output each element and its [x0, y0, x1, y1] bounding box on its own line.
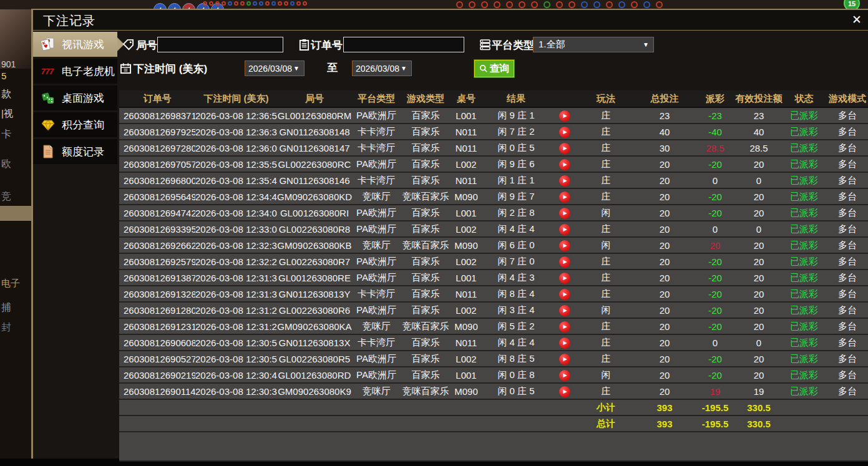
- sidebar-item-3[interactable]: 桌面游戏: [33, 85, 117, 110]
- table-row: 2603081269128052026-03-08 12:31:29GL0022…: [119, 302, 868, 318]
- sidebar-item-1[interactable]: 9K视讯游戏: [33, 32, 117, 57]
- cell-order: 260308126906089: [119, 334, 195, 351]
- cell-mode: 多台: [825, 237, 868, 253]
- replay-play-icon[interactable]: [559, 256, 570, 268]
- cell-bet: 20: [633, 383, 696, 399]
- subtotal-cell: [825, 399, 868, 415]
- replay-play-icon[interactable]: [559, 175, 570, 187]
- cell-replay: [550, 107, 578, 124]
- date-from-select[interactable]: 2026/03/08 ▼: [245, 61, 305, 76]
- roadmap-ring: [265, 1, 270, 6]
- replay-play-icon[interactable]: [559, 273, 570, 284]
- cell-platform: 卡卡湾厅: [352, 140, 401, 156]
- cell-mode: 多台: [825, 107, 868, 124]
- cell-mode: 多台: [825, 318, 868, 334]
- roadmap-ring: [209, 1, 213, 6]
- replay-play-icon[interactable]: [559, 370, 570, 381]
- cell-status: 已派彩: [783, 107, 825, 124]
- date-to-select[interactable]: 2026/03/08 ▼: [352, 61, 412, 76]
- cell-payout: 19: [696, 383, 734, 399]
- cell-bet: 20: [633, 172, 696, 188]
- replay-play-icon[interactable]: [559, 208, 570, 219]
- cell-round: GN0112630813Y: [277, 286, 352, 302]
- cell-game: 百家乐: [401, 107, 451, 124]
- cell-time: 2026-03-08 12:36:36: [195, 124, 277, 140]
- cell-round: GL001263080RI: [277, 205, 352, 221]
- query-button-label: 查询: [490, 62, 510, 75]
- replay-play-icon[interactable]: [559, 127, 570, 138]
- sidebar: 9K视讯游戏777电子老虎机桌面游戏积分查询额度记录: [33, 32, 117, 166]
- cell-round: GN01126308146: [277, 172, 352, 188]
- cell-mode: 多台: [825, 140, 868, 156]
- cell-order: 260308126979250: [119, 124, 195, 140]
- sidebar-item-label: 电子老虎机: [62, 64, 115, 79]
- replay-play-icon[interactable]: [559, 321, 570, 333]
- order-label: 订单号: [311, 38, 343, 52]
- cell-table: L002: [451, 221, 482, 237]
- replay-play-icon[interactable]: [559, 337, 570, 349]
- sidebar-item-4[interactable]: 积分查询: [33, 112, 117, 137]
- platform-select[interactable]: 1.全部 ▼: [533, 37, 654, 52]
- search-icon: [479, 64, 488, 73]
- cell-play: 庄: [578, 383, 633, 399]
- replay-play-icon[interactable]: [559, 240, 570, 251]
- replay-play-icon[interactable]: [559, 192, 570, 203]
- replay-play-icon[interactable]: [559, 159, 570, 170]
- replay-play-icon[interactable]: [559, 386, 570, 397]
- round-input[interactable]: [157, 37, 283, 52]
- background-text-fragment: 5: [1, 70, 6, 81]
- cell-replay: [550, 221, 578, 237]
- total-cell: [482, 415, 550, 432]
- to-label: 至: [327, 61, 338, 75]
- cell-result: 闲 7 庄 2: [482, 124, 550, 140]
- roadmap-ring: [643, 1, 650, 8]
- replay-play-icon[interactable]: [559, 224, 570, 235]
- cell-time: 2026-03-08 12:34:06: [195, 205, 277, 221]
- cell-table: L001: [451, 107, 482, 124]
- cell-status: 已派彩: [783, 205, 825, 221]
- roadmap-ring: [290, 1, 295, 6]
- table-row: 2603081269138702026-03-08 12:31:33GL0012…: [119, 269, 868, 286]
- cell-platform: 竞咪厅: [352, 237, 401, 253]
- cell-platform: 竞咪厅: [352, 188, 401, 205]
- cell-bet: 30: [633, 140, 696, 156]
- chevron-down-icon: ▼: [401, 65, 411, 72]
- cell-bet: 20: [633, 221, 696, 237]
- cell-game: 竞咪百家乐: [401, 188, 451, 205]
- cell-status: 已派彩: [783, 237, 825, 253]
- cell-play: 庄: [578, 286, 633, 302]
- replay-play-icon[interactable]: [559, 289, 570, 300]
- total-cell: [195, 415, 277, 432]
- cell-payout: -20: [696, 302, 734, 318]
- replay-play-icon[interactable]: [559, 354, 570, 365]
- subtotal-cell: [783, 399, 825, 415]
- sidebar-item-2[interactable]: 777电子老虎机: [33, 59, 117, 84]
- cell-play: 庄: [578, 221, 633, 237]
- cell-mode: 多台: [825, 205, 868, 221]
- cell-play: 庄: [578, 172, 633, 188]
- replay-play-icon[interactable]: [559, 143, 570, 154]
- table-row: 2603081269792502026-03-08 12:36:36GN0112…: [119, 124, 868, 140]
- cell-bet: 20: [633, 188, 696, 205]
- cards-icon: 9K: [41, 37, 56, 52]
- query-button[interactable]: 查询: [474, 60, 514, 77]
- date-to-value: 2026/03/08: [353, 64, 401, 74]
- replay-play-icon[interactable]: [559, 110, 570, 122]
- cell-play: 闲: [578, 237, 633, 253]
- close-icon[interactable]: ✕: [852, 14, 862, 26]
- roadmap-ring: [246, 1, 251, 6]
- background-text-fragment: 欧: [1, 158, 11, 171]
- cell-payout: -20: [696, 156, 734, 172]
- cell-order: 260308126968003: [119, 172, 195, 188]
- cell-bet: 20: [633, 286, 696, 302]
- cell-mode: 多台: [825, 334, 868, 351]
- cell-payout: -20: [696, 205, 734, 221]
- column-header: 局号: [277, 90, 352, 107]
- replay-play-icon[interactable]: [559, 305, 570, 316]
- cell-order: 260308126925791: [119, 253, 195, 269]
- sidebar-item-5[interactable]: 额度记录: [33, 139, 117, 164]
- cell-result: 闲 1 庄 1: [482, 172, 550, 188]
- roadmap-ring: [656, 1, 663, 8]
- cell-status: 已派彩: [783, 172, 825, 188]
- order-input[interactable]: [343, 37, 464, 52]
